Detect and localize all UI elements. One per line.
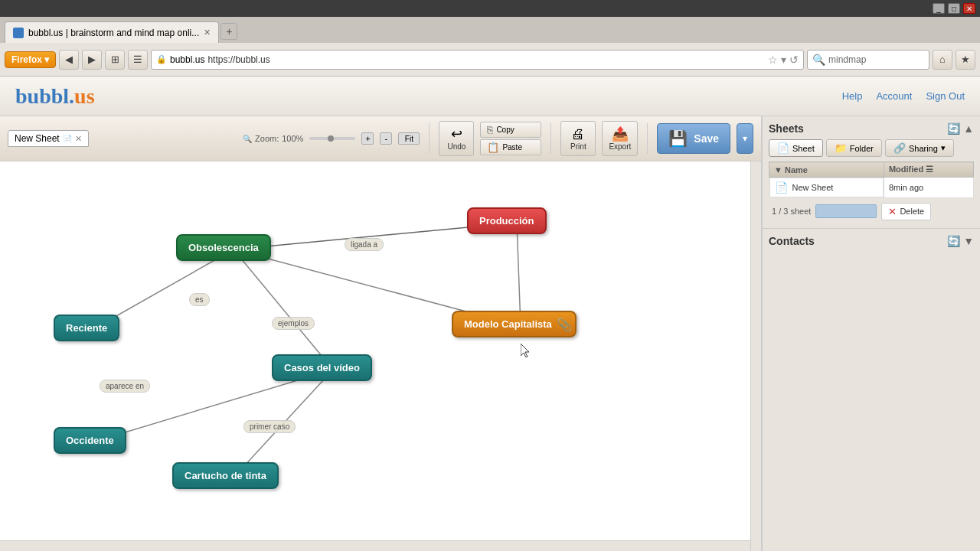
- save-label: Save: [694, 132, 719, 145]
- node-modelo[interactable]: Modelo Capitalista 📎: [452, 311, 577, 337]
- save-dropdown-button[interactable]: ▾: [737, 123, 753, 154]
- sheet-name-input[interactable]: [815, 204, 877, 218]
- zoom-icon: 🔍: [243, 135, 252, 143]
- browser-tab-active[interactable]: bubbl.us | brainstorm and mind map onli.…: [5, 21, 219, 43]
- node-modelo-expand-icon[interactable]: 📎: [557, 317, 572, 331]
- save-icon: 💾: [668, 129, 688, 148]
- sheet-tab[interactable]: New Sheet 📄 ✕: [8, 130, 89, 147]
- minimize-button[interactable]: _: [933, 3, 945, 14]
- zoom-slider[interactable]: [309, 137, 355, 140]
- signout-link[interactable]: Sign Out: [926, 90, 965, 102]
- sheets-actions: 🔄 ▲: [947, 122, 974, 135]
- new-tab-button[interactable]: +: [220, 23, 237, 40]
- right-panel: Sheets 🔄 ▲ 📄 Sheet 📁 Folder: [762, 116, 980, 551]
- sheet-tab-icon: 📄: [777, 142, 789, 154]
- node-obsolescencia[interactable]: Obsolescencia: [176, 234, 271, 261]
- tab-sharing-label: Sharing: [909, 144, 938, 153]
- col-modified-menu[interactable]: ☰: [926, 165, 933, 174]
- sheet-row-modified: 8min ago: [884, 178, 973, 198]
- back-button[interactable]: ◀: [59, 50, 79, 70]
- sheets-footer: 1 / 3 sheet ✕ Delete: [769, 198, 974, 222]
- paste-label: Paste: [502, 143, 522, 152]
- zoom-slider-handle[interactable]: [328, 135, 334, 142]
- contacts-title: Contacts: [769, 235, 815, 247]
- vertical-scrollbar[interactable]: [750, 161, 761, 551]
- copy-icon: ⎘: [487, 124, 493, 135]
- paste-button[interactable]: 📋 Paste: [480, 139, 541, 155]
- svg-line-3: [234, 249, 333, 370]
- sheets-collapse-button[interactable]: ▲: [963, 122, 974, 135]
- canvas-area[interactable]: Producción Obsolescencia Modelo Capitali…: [0, 161, 761, 551]
- firefox-dropdown-icon: ▾: [44, 54, 49, 65]
- col-modified-header: Modified ☰: [884, 162, 973, 178]
- zoom-plus-button[interactable]: +: [361, 132, 374, 145]
- horizontal-scrollbar[interactable]: [0, 540, 750, 551]
- sheet-tab-close[interactable]: ✕: [75, 134, 82, 144]
- nav-extra-button[interactable]: ☰: [128, 50, 148, 70]
- mouse-cursor: [521, 344, 531, 354]
- export-button[interactable]: 📤 Export: [602, 121, 638, 156]
- sheet-counter: 1 / 3 sheet: [772, 207, 811, 216]
- url-lock-icon: 🔒: [156, 54, 167, 64]
- node-cartucho-label: Cartucho de tinta: [185, 470, 266, 481]
- sheet-row-name: New Sheet: [792, 183, 834, 192]
- delete-button[interactable]: ✕ Delete: [881, 203, 931, 220]
- sheets-section-header: Sheets 🔄 ▲: [769, 122, 974, 135]
- node-cartucho[interactable]: Cartucho de tinta: [172, 462, 279, 489]
- forward-button[interactable]: ▶: [82, 50, 102, 70]
- svg-marker-7: [521, 344, 529, 357]
- node-casos-label: Casos del vídeo: [284, 362, 360, 373]
- bookmark-menu-button[interactable]: ▾: [781, 54, 786, 66]
- delete-label: Delete: [900, 207, 924, 216]
- sheets-refresh-button[interactable]: 🔄: [947, 122, 960, 135]
- bookmark-button[interactable]: ☆: [768, 54, 778, 66]
- home-button[interactable]: ⌂: [933, 50, 952, 70]
- app-area: bubbl.us Help Account Sign Out New Sheet…: [0, 77, 980, 551]
- maximize-button[interactable]: □: [948, 3, 960, 14]
- delete-icon: ✕: [888, 206, 897, 217]
- contacts-collapse-button[interactable]: ▼: [963, 235, 974, 247]
- sheets-section: Sheets 🔄 ▲ 📄 Sheet 📁 Folder: [763, 116, 980, 229]
- svg-line-6: [234, 370, 333, 478]
- refresh-button[interactable]: ↺: [789, 54, 799, 66]
- close-button[interactable]: ✕: [963, 3, 975, 14]
- node-reciente[interactable]: Reciente: [54, 315, 119, 341]
- undo-button[interactable]: ↩ Undo: [439, 121, 474, 156]
- account-link[interactable]: Account: [876, 90, 912, 102]
- copy-label: Copy: [496, 126, 514, 134]
- url-bar[interactable]: 🔒 bubbl.us https://bubbl.us ☆ ▾ ↺: [151, 50, 804, 70]
- firefox-button[interactable]: Firefox ▾: [5, 51, 56, 68]
- main-content: New Sheet 📄 ✕ 🔍 Zoom: 100% + - Fit: [0, 116, 980, 551]
- node-occidente-label: Occidente: [66, 435, 114, 446]
- tab-sharing[interactable]: 🔗 Sharing ▾: [885, 139, 954, 157]
- save-button[interactable]: 💾 Save: [657, 123, 730, 154]
- node-obsolescencia-label: Obsolescencia: [188, 242, 259, 253]
- bookmarks-button[interactable]: ★: [956, 50, 975, 70]
- label-ejemplos: ejemplos: [272, 317, 315, 330]
- sheet-row[interactable]: 📄 New Sheet 8min ago: [769, 178, 974, 198]
- editor-toolbar: New Sheet 📄 ✕ 🔍 Zoom: 100% + - Fit: [0, 116, 761, 161]
- connections-svg: [0, 161, 761, 551]
- tab-folder[interactable]: 📁 Folder: [826, 139, 882, 157]
- tab-close-button[interactable]: ✕: [204, 28, 211, 37]
- label-primer-caso: primer caso: [243, 420, 296, 433]
- search-bar[interactable]: 🔍 mindmap: [807, 50, 929, 70]
- fit-button[interactable]: Fit: [398, 132, 420, 145]
- copy-button[interactable]: ⎘ Copy: [480, 122, 541, 138]
- contacts-refresh-button[interactable]: 🔄: [947, 235, 960, 247]
- history-button[interactable]: ⊞: [105, 50, 125, 70]
- zoom-minus-button[interactable]: -: [380, 132, 392, 145]
- node-casos[interactable]: Casos del vídeo: [272, 354, 372, 381]
- help-link[interactable]: Help: [842, 90, 863, 102]
- print-button[interactable]: 🖨 Print: [560, 121, 596, 156]
- label-es: es: [189, 293, 210, 306]
- url-display: bubbl.us: [170, 54, 204, 65]
- tab-sheet[interactable]: 📄 Sheet: [769, 139, 823, 157]
- sheet-tab-icon: 📄: [63, 135, 72, 143]
- copy-paste-group: ⎘ Copy 📋 Paste: [480, 122, 541, 155]
- search-input-value: mindmap: [828, 54, 866, 65]
- node-occidente[interactable]: Occidente: [54, 427, 126, 454]
- toolbar-separator-2: [550, 123, 551, 154]
- node-produccion[interactable]: Producción: [467, 207, 547, 234]
- logo: bubbl.us: [15, 84, 95, 109]
